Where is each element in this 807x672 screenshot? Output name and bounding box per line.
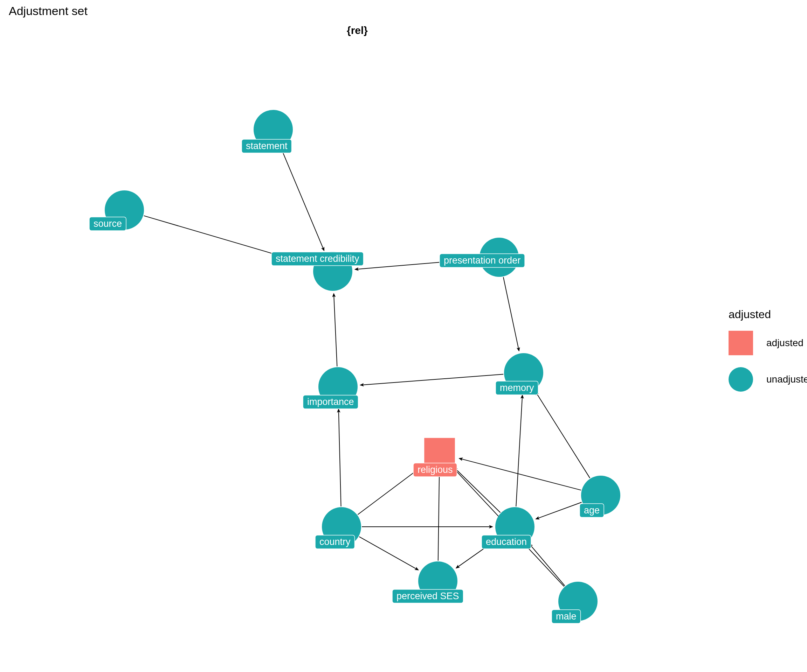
node-source: source — [89, 190, 144, 231]
node-importance: importance — [303, 367, 358, 409]
node-label: age — [584, 505, 599, 516]
edge-age-to-religious — [459, 458, 581, 490]
node-label: importance — [307, 397, 354, 407]
node-label: statement credibility — [276, 253, 359, 264]
edge-importance-to-statement_credibility — [334, 294, 337, 366]
edge-memory-to-importance — [360, 374, 503, 385]
node-statement: statement — [242, 110, 293, 153]
edge-country-to-importance — [339, 409, 341, 506]
node-label: presentation order — [444, 255, 520, 266]
edge-age-to-education — [536, 502, 581, 519]
node-religious: religious — [413, 438, 457, 477]
node-label: statement — [246, 141, 287, 151]
edge-education-to-religious — [454, 468, 500, 513]
node-label: education — [486, 536, 527, 547]
node-male: male — [552, 582, 598, 623]
edge-male-to-education — [529, 544, 565, 586]
node-age: age — [580, 476, 620, 517]
edge-age-to-memory — [536, 392, 590, 478]
node-label: country — [319, 536, 350, 547]
node-presentation_order: presentation order — [440, 238, 525, 277]
node-label: male — [556, 611, 576, 622]
node-perceived_ses: perceived SES — [392, 561, 463, 603]
node-label: religious — [417, 465, 453, 475]
node-statement_credibility: statement credibility — [271, 252, 364, 291]
node-country: country — [315, 507, 361, 549]
edge-country-to-perceived_ses — [359, 536, 418, 570]
edge-education-to-memory — [516, 395, 522, 506]
edge-presentation_order-to-memory — [503, 277, 519, 351]
node-label: perceived SES — [397, 591, 459, 601]
edge-statement-to-statement_credibility — [281, 148, 324, 251]
node-label: source — [93, 218, 122, 229]
dag-graph: statementsourcestatement credibilitypres… — [0, 0, 807, 672]
node-label: memory — [500, 382, 534, 393]
node-education: education — [482, 507, 535, 549]
edge-perceived_ses-to-religious — [438, 473, 439, 561]
